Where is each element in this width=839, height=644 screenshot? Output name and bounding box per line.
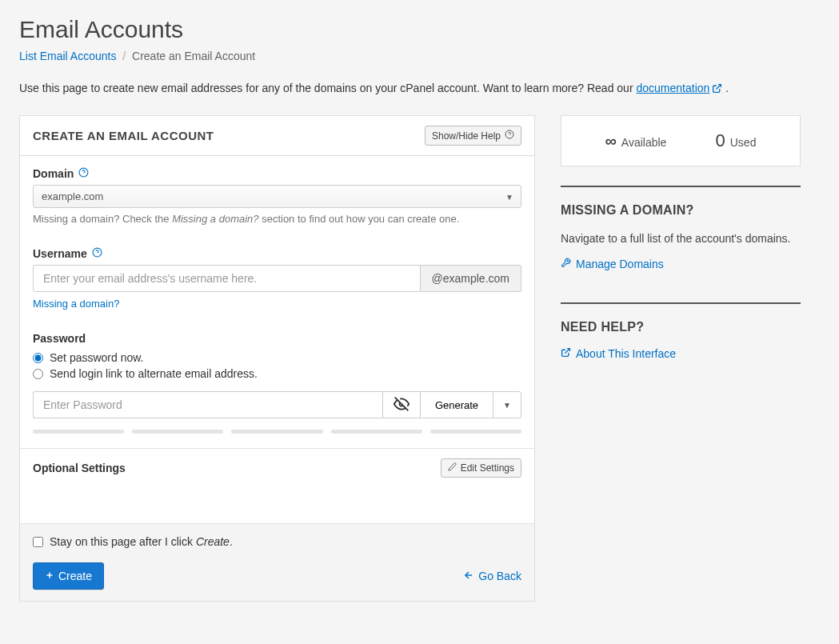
page-title: Email Accounts <box>19 16 820 43</box>
missing-domain-link[interactable]: Missing a domain? <box>33 298 119 310</box>
domain-label: Domain <box>33 167 74 180</box>
quota-stats: ∞ Available 0 Used <box>561 115 801 166</box>
intro-text: Use this page to create new email addres… <box>19 82 820 96</box>
send-login-link-radio[interactable] <box>33 369 43 379</box>
set-password-now-label[interactable]: Set password now. <box>50 351 144 364</box>
arrow-left-icon <box>463 570 474 583</box>
breadcrumb: List Email Accounts / Create an Email Ac… <box>19 50 820 62</box>
username-domain-addon: @example.com <box>421 265 521 292</box>
domain-select[interactable]: example.com <box>33 185 521 208</box>
create-button[interactable]: Create <box>33 562 104 590</box>
send-login-link-label[interactable]: Send login link to alternate email addre… <box>50 367 258 380</box>
edit-settings-button[interactable]: Edit Settings <box>441 458 521 478</box>
help-circle-icon <box>505 130 514 142</box>
optional-settings-title: Optional Settings <box>33 462 126 474</box>
used-label: Used <box>730 136 757 149</box>
set-password-now-radio[interactable] <box>33 353 43 363</box>
breadcrumb-separator: / <box>122 50 126 62</box>
external-link-icon <box>712 83 722 96</box>
svg-line-0 <box>717 85 721 90</box>
infinity-icon: ∞ <box>605 132 617 150</box>
create-email-panel: CREATE AN EMAIL ACCOUNT Show/Hide Help D… <box>19 115 535 602</box>
external-link-icon <box>561 347 571 360</box>
used-value: 0 <box>715 130 725 151</box>
password-input[interactable] <box>33 391 382 418</box>
missing-domain-title: MISSING A DOMAIN? <box>561 203 801 218</box>
pencil-icon <box>448 462 457 474</box>
breadcrumb-list-link[interactable]: List Email Accounts <box>19 50 116 62</box>
toggle-password-visibility-button[interactable] <box>382 391 420 418</box>
eye-off-icon <box>394 396 410 414</box>
username-label: Username <box>33 247 87 260</box>
wrench-icon <box>561 258 571 270</box>
password-strength-meter <box>33 430 521 434</box>
go-back-link[interactable]: Go Back <box>463 570 521 583</box>
username-input[interactable] <box>33 265 421 292</box>
available-label: Available <box>621 136 667 149</box>
plus-icon <box>45 570 54 582</box>
show-hide-help-button[interactable]: Show/Hide Help <box>425 126 521 146</box>
generate-password-button[interactable]: Generate <box>420 391 493 418</box>
panel-title: CREATE AN EMAIL ACCOUNT <box>33 129 214 142</box>
svg-line-11 <box>565 349 569 354</box>
missing-domain-text: Navigate to a full list of the account's… <box>561 230 801 246</box>
password-label: Password <box>33 332 86 345</box>
documentation-link[interactable]: documentation <box>636 82 722 94</box>
domain-help-icon[interactable] <box>78 167 89 180</box>
chevron-down-icon: ▼ <box>503 401 511 410</box>
username-help-icon[interactable] <box>92 247 102 260</box>
manage-domains-link[interactable]: Manage Domains <box>561 258 664 270</box>
stay-on-page-checkbox[interactable] <box>33 537 43 547</box>
need-help-title: NEED HELP? <box>561 320 801 334</box>
breadcrumb-current: Create an Email Account <box>132 50 255 62</box>
about-interface-link[interactable]: About This Interface <box>561 347 676 360</box>
generate-options-button[interactable]: ▼ <box>493 391 521 418</box>
stay-on-page-label[interactable]: Stay on this page after I click Create. <box>50 535 233 548</box>
domain-hint: Missing a domain? Check the Missing a do… <box>33 213 521 225</box>
